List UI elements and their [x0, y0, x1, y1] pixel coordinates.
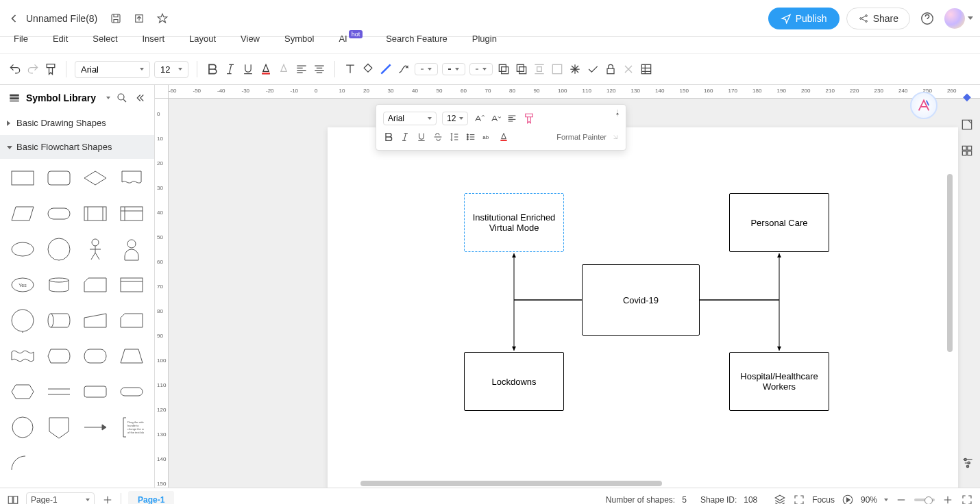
- canvas-vertical-scrollbar[interactable]: [947, 174, 953, 352]
- publish-button[interactable]: Publish: [768, 8, 840, 29]
- shape-hexagon[interactable]: [7, 379, 38, 404]
- float-painter-icon[interactable]: [523, 112, 535, 125]
- float-bold-icon[interactable]: [383, 131, 394, 142]
- menu-select[interactable]: Select: [93, 34, 117, 44]
- shape-rounded-rect[interactable]: [43, 166, 74, 190]
- line-color-icon[interactable]: [379, 62, 393, 76]
- file-name[interactable]: Unnamed File(8): [26, 13, 97, 24]
- shape-pentagon-down[interactable]: [43, 415, 74, 440]
- menu-search-feature[interactable]: Search Feature: [386, 34, 448, 44]
- float-align-icon[interactable]: [506, 113, 517, 124]
- library-dropdown-icon[interactable]: [106, 97, 110, 99]
- node-covid19[interactable]: Covid-19: [582, 264, 700, 336]
- font-size-select[interactable]: 12: [154, 61, 188, 78]
- fill-color-icon[interactable]: [361, 62, 375, 76]
- shape-parallelogram[interactable]: [7, 201, 38, 226]
- shape-diamond[interactable]: [80, 166, 111, 190]
- shape-display[interactable]: [43, 344, 74, 368]
- page-select[interactable]: Page-1: [26, 492, 95, 505]
- node-institutional[interactable]: Institutional Enriched Virtual Mode: [464, 193, 564, 252]
- shape-predefined[interactable]: [80, 201, 111, 226]
- zoom-in-icon[interactable]: [942, 494, 954, 505]
- line-style-select[interactable]: [415, 63, 438, 75]
- shape-rounded-rect2[interactable]: [80, 379, 111, 404]
- node-personal-care[interactable]: Personal Care: [729, 193, 829, 252]
- table-icon[interactable]: [639, 62, 653, 76]
- shape-ellipse[interactable]: [7, 237, 38, 262]
- group-icon[interactable]: [568, 62, 582, 76]
- canvas-horizontal-scrollbar[interactable]: [360, 481, 662, 486]
- focus-label[interactable]: Focus: [812, 495, 835, 505]
- highlight-icon[interactable]: [277, 62, 291, 76]
- zoom-dropdown-icon[interactable]: [884, 499, 888, 501]
- menu-insert[interactable]: Insert: [143, 34, 165, 44]
- font-color-icon[interactable]: [259, 62, 273, 76]
- shape-offpage[interactable]: [7, 415, 38, 440]
- settings-filter-icon[interactable]: [961, 456, 975, 470]
- float-expand-icon[interactable]: [612, 134, 619, 140]
- float-strike-icon[interactable]: [432, 131, 443, 142]
- canvas-background[interactable]: Institutional Enriched Virtual Mode Pers…: [169, 99, 980, 488]
- floating-text-toolbar[interactable]: Arial 12 ab Format Painter: [376, 104, 626, 151]
- float-font-select[interactable]: Arial: [383, 112, 437, 125]
- float-text-case-icon[interactable]: ab: [482, 131, 493, 142]
- bring-front-icon[interactable]: [497, 62, 511, 76]
- collapse-panel-icon[interactable]: [134, 92, 146, 104]
- add-page-icon[interactable]: [101, 494, 114, 505]
- align-left-icon[interactable]: [295, 62, 308, 76]
- italic-icon[interactable]: [223, 62, 237, 76]
- properties-icon[interactable]: [960, 118, 974, 131]
- float-size-select[interactable]: 12: [442, 112, 468, 125]
- shape-rectangle[interactable]: [7, 166, 38, 190]
- shape-arrow-line[interactable]: [80, 415, 111, 440]
- shape-manual-input[interactable]: [80, 308, 111, 333]
- shape-card2[interactable]: [117, 308, 147, 333]
- float-font-color-icon[interactable]: [498, 131, 509, 142]
- fit-screen-icon[interactable]: [793, 494, 805, 505]
- pages-panel-icon[interactable]: [7, 494, 19, 505]
- play-icon[interactable]: [842, 494, 854, 505]
- shape-cylinder-h[interactable]: [43, 308, 74, 333]
- menu-plugin[interactable]: Plugin: [472, 34, 497, 44]
- avatar[interactable]: [944, 8, 965, 29]
- shape-subroutine[interactable]: [117, 273, 147, 297]
- float-increase-font-icon[interactable]: [474, 113, 485, 124]
- shape-trapezoid[interactable]: [117, 344, 147, 368]
- ai-assistant-badge[interactable]: [910, 92, 938, 119]
- shape-internal-storage[interactable]: [117, 201, 147, 226]
- underline-icon[interactable]: [241, 62, 255, 76]
- menu-layout[interactable]: Layout: [189, 34, 216, 44]
- category-basic-flowchart[interactable]: Basic Flowchart Shapes: [0, 135, 154, 159]
- float-italic-icon[interactable]: [400, 131, 411, 142]
- align-center-icon[interactable]: [313, 62, 326, 76]
- shape-parallel-lines[interactable]: [43, 379, 74, 404]
- shape-arc[interactable]: [7, 451, 38, 475]
- shape-card[interactable]: [80, 273, 111, 297]
- lock-icon[interactable]: [604, 62, 617, 76]
- shape-database[interactable]: [43, 273, 74, 297]
- search-icon[interactable]: [116, 92, 128, 104]
- export-icon[interactable]: [133, 12, 145, 25]
- line-weight-select[interactable]: [442, 63, 465, 75]
- undo-icon[interactable]: [8, 62, 22, 76]
- format-painter-icon[interactable]: [44, 62, 58, 76]
- node-lockdowns[interactable]: Lockdowns: [464, 352, 564, 411]
- float-line-spacing-icon[interactable]: [449, 131, 460, 142]
- text-tool-icon[interactable]: [343, 62, 357, 76]
- menu-ai[interactable]: AIhot: [339, 34, 361, 44]
- shape-actor[interactable]: [80, 237, 111, 262]
- shape-terminator[interactable]: [80, 344, 111, 368]
- theme-icon[interactable]: [960, 92, 974, 105]
- layers-icon[interactable]: [774, 494, 786, 505]
- shape-circle[interactable]: [43, 237, 74, 262]
- shape-person[interactable]: [117, 237, 147, 262]
- shape-stadium[interactable]: [43, 201, 74, 226]
- bold-icon[interactable]: [206, 62, 219, 76]
- avatar-dropdown-icon[interactable]: [968, 16, 973, 20]
- fullscreen-icon[interactable]: [961, 494, 973, 505]
- arrow-style-select[interactable]: [469, 63, 493, 75]
- shape-annotation[interactable]: Drag the sidehandle tochange the widthof…: [117, 415, 147, 440]
- page-tab[interactable]: Page-1: [128, 491, 174, 505]
- category-basic-drawing[interactable]: Basic Drawing Shapes: [0, 111, 154, 135]
- menu-edit[interactable]: Edit: [53, 34, 68, 44]
